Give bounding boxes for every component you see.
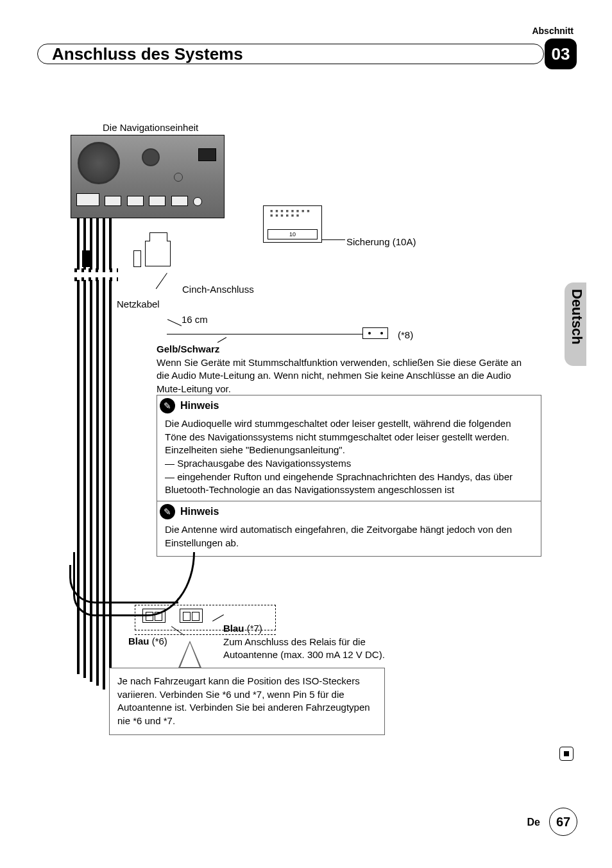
iso-note-box: Je nach Fahrzeugart kann die Position de… (109, 668, 385, 735)
yellow-black-section: Gelb/Schwarz Wenn Sie Geräte mit Stummsc… (157, 343, 529, 395)
blau7-ref: (*7) (244, 623, 262, 634)
note-body: Die Audioquelle wird stummgeschaltet ode… (157, 416, 541, 503)
rca-jack-icon (133, 250, 141, 267)
end-mark-icon (559, 747, 574, 761)
blau7-label: Blau (*7) (223, 623, 390, 634)
leader-line (322, 239, 345, 240)
note-box-1: ✎ Hinweis Die Audioquelle wird stummgesc… (157, 395, 541, 504)
wire-line (103, 218, 105, 690)
note-box-2: ✎ Hinweis Die Antenne wird automatisch e… (157, 501, 541, 557)
leader-line (156, 273, 183, 300)
fuse-label: Sicherung (10A) (346, 236, 416, 247)
blau7-bold: Blau (223, 623, 244, 634)
callout-pointer (178, 641, 201, 668)
note-header: ✎ Hinweis (157, 395, 541, 416)
note-body: Die Antenne wird automatisch eingefahren… (157, 522, 541, 556)
length-label: 16 cm (182, 314, 208, 325)
nav-unit-label: Die Navigationseinheit (103, 122, 198, 133)
power-cable-label: Netzkabel (117, 299, 160, 309)
page-number: 67 (549, 808, 577, 836)
cinch-label: Cinch-Anschluss (182, 284, 254, 295)
section-number-badge: 03 (545, 39, 577, 69)
yellow-black-label: Gelb/Schwarz (157, 343, 529, 354)
blau6-ref: (*6) (149, 636, 167, 647)
blau6-label: Blau (*6) (128, 636, 167, 647)
note-line: Die Antenne wird automatisch eingefahren… (165, 523, 533, 550)
note-line: Die Audioquelle wird stummgeschaltet ode… (165, 417, 533, 457)
leader-line (167, 319, 182, 326)
blau7-text: Zum Anschluss des Relais für die Autoant… (223, 636, 409, 662)
plug-icon (362, 327, 388, 339)
yellow-black-text: Wenn Sie Geräte mit Stummschaltfunktion … (157, 356, 529, 395)
iso-plug-icon (180, 609, 203, 623)
cinch-connector-icon (145, 241, 171, 266)
rear-ports (76, 193, 217, 213)
shield-icon (198, 148, 216, 161)
page-title: Anschluss des Systems (52, 44, 243, 64)
port-icon (193, 197, 202, 206)
port-icon (149, 196, 166, 206)
note-bullet: — eingehender Rufton und eingehende Spra… (165, 471, 533, 497)
note-title: Hinweis (180, 506, 219, 517)
port-icon (171, 196, 188, 206)
port-icon (127, 196, 144, 206)
section-label: Abschnitt (532, 26, 574, 36)
port-icon (105, 196, 121, 206)
pencil-icon: ✎ (160, 398, 175, 413)
break-icon (74, 270, 118, 280)
port-icon (76, 193, 99, 206)
pins-icon (270, 209, 315, 221)
fuse-slot: 10 (268, 229, 318, 239)
note-header: ✎ Hinweis (157, 501, 541, 522)
side-language: Deutsch (568, 289, 585, 345)
dashed-line (135, 634, 276, 635)
note-bullet: — Sprachausgabe des Navigationssystems (165, 457, 533, 471)
ref-8-label: (*8) (398, 329, 413, 340)
navigation-unit (71, 135, 225, 218)
wire-line (167, 334, 366, 334)
note-title: Hinweis (180, 400, 219, 412)
leader-line (217, 337, 226, 343)
pencil-icon: ✎ (160, 504, 175, 519)
harness-connector: 10 (263, 205, 322, 243)
header-rule: Anschluss des Systems (37, 44, 544, 64)
dot-icon (174, 173, 183, 182)
lens-icon (142, 148, 160, 166)
footer-lang-code: De (527, 817, 540, 828)
blau6-bold: Blau (128, 636, 149, 647)
